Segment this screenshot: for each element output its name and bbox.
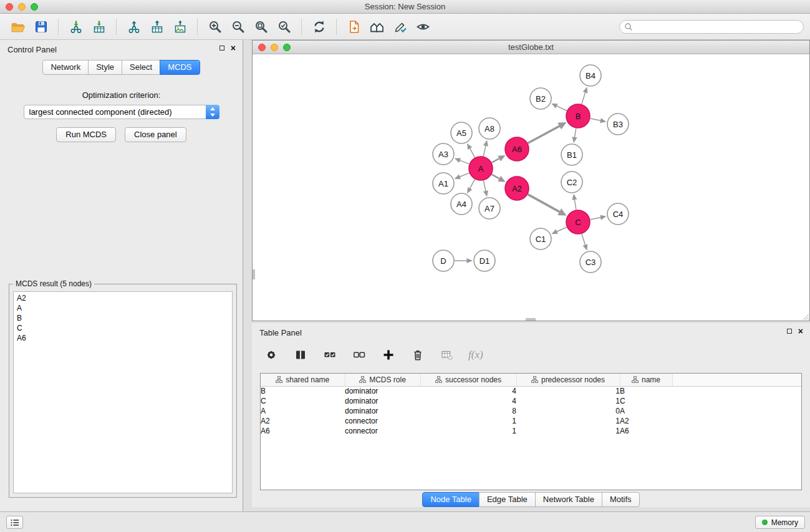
network-node-A3[interactable]: A3 <box>433 143 454 165</box>
delete-table-button[interactable] <box>439 347 455 363</box>
tab-style[interactable]: Style <box>88 60 122 75</box>
tab-edge-table[interactable]: Edge Table <box>479 492 536 507</box>
network-edge[interactable] <box>483 181 486 192</box>
network-node-C[interactable]: C <box>566 210 590 234</box>
network-node-B1[interactable]: B1 <box>561 144 582 165</box>
network-edge[interactable] <box>460 160 470 164</box>
mcds-result-list[interactable]: A2ABCA6 <box>13 291 233 493</box>
network-zoom-button[interactable] <box>283 44 291 51</box>
run-mcds-button[interactable]: Run MCDS <box>56 127 116 142</box>
save-session-button[interactable] <box>29 16 52 37</box>
float-table-panel-icon[interactable] <box>787 329 792 334</box>
network-edge[interactable] <box>470 148 475 157</box>
network-edge[interactable] <box>492 175 500 179</box>
network-view[interactable]: B4B2BB3A8A5A6B1A3AC2A1A2A4A7CC4C1C3DD1 <box>253 54 809 321</box>
export-image-button[interactable] <box>168 16 191 37</box>
table-cell[interactable]: A <box>620 406 672 416</box>
table-row[interactable]: Adominator80A <box>261 406 801 416</box>
network-node-A5[interactable]: A5 <box>451 122 472 143</box>
network-edge[interactable] <box>492 158 500 163</box>
network-edge[interactable] <box>582 234 586 246</box>
table-row[interactable]: Cdominator41C <box>261 396 801 406</box>
zoom-in-button[interactable] <box>203 16 226 37</box>
mcds-result-item[interactable]: A2 <box>14 293 232 303</box>
tab-network[interactable]: Network <box>42 60 89 75</box>
table-cell[interactable]: connector <box>345 416 420 426</box>
table-cell[interactable]: A <box>261 406 345 416</box>
overview-button[interactable] <box>365 16 388 37</box>
network-edge[interactable] <box>582 92 586 104</box>
refresh-network-button[interactable] <box>307 16 330 37</box>
table-cell[interactable]: 1 <box>516 426 620 436</box>
network-node-C4[interactable]: C4 <box>607 203 629 225</box>
mcds-result-item[interactable]: C <box>14 323 232 333</box>
table-cell[interactable]: 1 <box>516 386 620 396</box>
network-window-titlebar[interactable]: testGlobe.txt <box>253 41 809 54</box>
column-header-successor-nodes[interactable]: successor nodes <box>420 374 516 386</box>
close-panel-icon[interactable]: × <box>231 45 236 51</box>
table-row[interactable]: Bdominator41B <box>261 386 801 396</box>
network-node-B2[interactable]: B2 <box>530 88 551 109</box>
table-row[interactable]: A2connector11A2 <box>261 416 801 426</box>
network-edge[interactable] <box>574 128 576 138</box>
import-network-button[interactable] <box>64 16 87 37</box>
network-node-B4[interactable]: B4 <box>580 65 601 86</box>
network-node-A2[interactable]: A2 <box>505 177 529 200</box>
column-header-name[interactable]: name <box>620 374 672 386</box>
table-cell[interactable]: B <box>620 386 672 396</box>
network-edge[interactable] <box>591 217 601 220</box>
deselect-all-button[interactable] <box>351 347 367 363</box>
table-cell[interactable]: A6 <box>261 426 345 436</box>
zoom-fit-button[interactable] <box>249 16 272 37</box>
left-divider-nub[interactable] <box>253 269 255 279</box>
table-cell[interactable]: C <box>620 396 672 406</box>
table-cell[interactable]: 8 <box>420 406 516 416</box>
table-cell[interactable]: 1 <box>516 396 620 406</box>
table-cell[interactable]: connector <box>345 426 420 436</box>
import-table-button[interactable] <box>87 16 110 37</box>
network-node-C3[interactable]: C3 <box>580 251 601 273</box>
criterion-dropdown[interactable]: largest connected component (directed) <box>24 105 219 119</box>
node-table[interactable]: shared nameMCDS rolesuccessor nodesprede… <box>260 373 802 490</box>
minimize-window-button[interactable] <box>18 3 26 11</box>
network-node-A1[interactable]: A1 <box>433 173 454 194</box>
zoom-selected-button[interactable] <box>272 16 296 37</box>
network-edge[interactable] <box>470 180 475 189</box>
network-node-C1[interactable]: C1 <box>530 228 551 249</box>
network-node-C2[interactable]: C2 <box>561 172 582 193</box>
column-header-mcds-role[interactable]: MCDS role <box>345 374 420 386</box>
network-node-B3[interactable]: B3 <box>607 114 629 135</box>
network-edge[interactable] <box>460 173 470 177</box>
export-table-button[interactable] <box>145 16 168 37</box>
table-cell[interactable]: dominator <box>345 386 420 396</box>
close-table-panel-icon[interactable]: × <box>798 328 803 334</box>
table-cell[interactable]: 1 <box>420 426 516 436</box>
network-edge[interactable] <box>528 126 560 143</box>
task-history-button[interactable] <box>6 516 23 529</box>
network-node-D[interactable]: D <box>433 250 454 271</box>
network-node-A7[interactable]: A7 <box>479 198 500 219</box>
tab-select[interactable]: Select <box>122 60 160 75</box>
delete-column-button[interactable] <box>410 347 426 363</box>
table-cell[interactable]: A2 <box>620 416 672 426</box>
add-column-button[interactable] <box>380 347 397 363</box>
toggle-details-button[interactable] <box>412 16 435 37</box>
network-edge[interactable] <box>574 199 576 210</box>
select-all-button[interactable] <box>322 347 338 363</box>
table-settings-button[interactable] <box>263 347 279 363</box>
table-cell[interactable]: A2 <box>261 416 345 426</box>
style-edit-button[interactable] <box>388 16 412 37</box>
network-edge[interactable] <box>556 106 567 111</box>
tab-network-table[interactable]: Network Table <box>535 492 602 507</box>
table-cell[interactable]: 1 <box>420 416 516 426</box>
document-arrow-button[interactable] <box>342 16 365 37</box>
network-node-A4[interactable]: A4 <box>451 193 472 215</box>
network-edge[interactable] <box>591 118 601 121</box>
network-node-A8[interactable]: A8 <box>479 118 500 139</box>
network-edge[interactable] <box>556 227 567 231</box>
network-node-D1[interactable]: D1 <box>474 250 495 271</box>
search-input[interactable] <box>619 20 804 34</box>
network-minimize-button[interactable] <box>271 44 278 51</box>
tab-motifs[interactable]: Motifs <box>602 492 640 507</box>
mcds-result-item[interactable]: A <box>14 303 232 313</box>
